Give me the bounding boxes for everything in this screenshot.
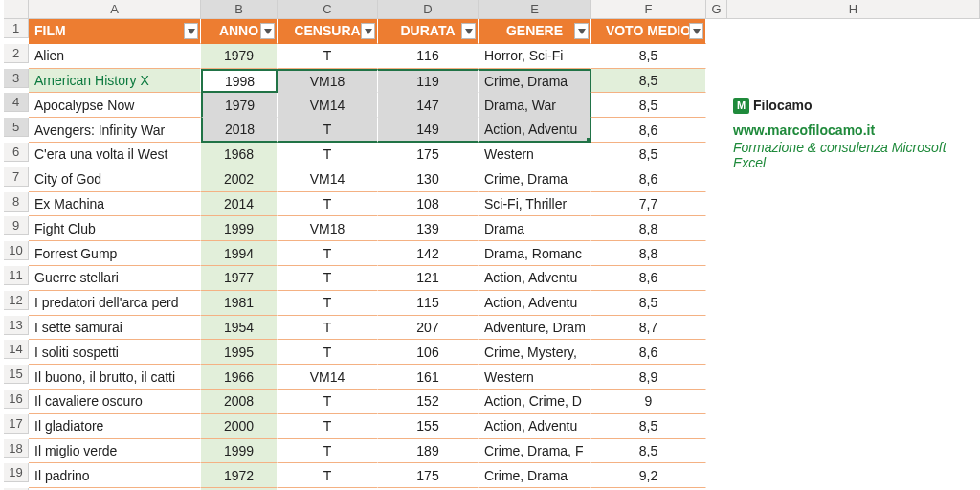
cell-durata[interactable]: 106 <box>378 340 479 365</box>
cell-voto[interactable]: 8,5 <box>591 93 706 118</box>
cell-film[interactable]: Forrest Gump <box>29 241 201 266</box>
cell-film[interactable]: Il buono, il brutto, il catti <box>29 365 201 390</box>
cell-genere[interactable]: Sci-Fi, Thriller <box>479 192 591 217</box>
row-8-header[interactable]: 8 <box>4 192 29 212</box>
cell-voto[interactable]: 9 <box>591 390 706 414</box>
cell-genere[interactable]: Western <box>479 365 591 390</box>
cell-voto[interactable]: 7,7 <box>591 192 706 217</box>
row-7-header[interactable]: 7 <box>4 167 29 187</box>
th-anno[interactable]: ANNO <box>201 19 278 44</box>
cell-genere[interactable]: Crime, Mystery, <box>479 340 591 365</box>
cell-genere[interactable]: Crime, Drama <box>479 463 591 488</box>
cell-durata[interactable]: 139 <box>378 216 479 241</box>
cell-genere[interactable]: Western <box>479 143 591 167</box>
cell-genere[interactable]: Drama <box>479 216 591 241</box>
cell-censura[interactable]: T <box>278 241 378 266</box>
cell-voto[interactable]: 8,5 <box>591 69 706 94</box>
cell-durata[interactable]: 189 <box>378 439 479 464</box>
cell-voto[interactable]: 8,5 <box>591 291 706 316</box>
cell-durata[interactable]: 116 <box>378 44 479 69</box>
row-5-header[interactable]: 5 <box>4 118 29 137</box>
cell-anno[interactable]: 1979 <box>201 93 278 118</box>
col-C[interactable]: C <box>278 0 378 19</box>
cell-anno[interactable]: 1979 <box>201 44 278 69</box>
cell-anno[interactable]: 2002 <box>201 167 278 192</box>
cell-anno[interactable]: 2014 <box>201 192 278 217</box>
cell-genere[interactable]: Action, Adventu <box>479 414 591 439</box>
cell-anno[interactable]: 1999 <box>201 439 278 464</box>
row-10-header[interactable]: 10 <box>4 241 29 260</box>
cell-anno[interactable]: 1972 <box>201 463 278 488</box>
cell-film[interactable]: Il miglio verde <box>29 439 201 464</box>
cell-anno[interactable]: 1968 <box>201 143 278 167</box>
cell-censura[interactable]: T <box>278 340 378 365</box>
cell-censura[interactable]: T <box>278 390 378 414</box>
cell-film[interactable]: C'era una volta il West <box>29 143 201 167</box>
cell-film[interactable]: Il gladiatore <box>29 414 201 439</box>
cell-anno[interactable]: 1966 <box>201 365 278 390</box>
row-12-header[interactable]: 12 <box>4 291 29 310</box>
cell-film[interactable]: Il padrino <box>29 463 201 488</box>
cell-film[interactable]: Alien <box>29 44 201 69</box>
cell-genere[interactable]: Adventure, Dram <box>479 316 591 341</box>
cell-voto[interactable]: 8,9 <box>591 365 706 390</box>
cell-durata[interactable]: 108 <box>378 192 479 217</box>
cell-durata[interactable]: 155 <box>378 414 479 439</box>
cell-voto[interactable]: 8,5 <box>591 439 706 464</box>
cell-durata[interactable]: 142 <box>378 241 479 266</box>
row-19-header[interactable]: 19 <box>4 463 29 482</box>
cell-censura[interactable]: VM18 <box>278 216 378 241</box>
cell-censura[interactable]: VM14 <box>278 93 378 118</box>
cell-anno[interactable]: 1998 <box>201 69 278 94</box>
row-17-header[interactable]: 17 <box>4 414 29 434</box>
cell-durata[interactable]: 119 <box>378 69 479 94</box>
cell-durata[interactable]: 115 <box>378 291 479 316</box>
cell-film[interactable]: American History X <box>29 69 201 94</box>
cell-durata[interactable]: 121 <box>378 266 479 291</box>
cell-genere[interactable]: Crime, Drama, F <box>479 439 591 464</box>
cell-anno[interactable]: 1995 <box>201 340 278 365</box>
cell-censura[interactable]: T <box>278 463 378 488</box>
select-all-corner[interactable] <box>4 0 29 19</box>
cell-voto[interactable]: 8,5 <box>591 44 706 69</box>
cell-film[interactable]: I predatori dell'arca perd <box>29 291 201 316</box>
col-H[interactable]: H <box>727 0 980 19</box>
cell-voto[interactable]: 8,5 <box>591 414 706 439</box>
cell-anno[interactable]: 1994 <box>201 241 278 266</box>
filter-icon[interactable] <box>184 23 198 39</box>
cell-voto[interactable]: 8,5 <box>591 143 706 167</box>
cell-voto[interactable]: 8,6 <box>591 340 706 365</box>
col-G[interactable]: G <box>706 0 727 19</box>
col-D[interactable]: D <box>378 0 479 19</box>
cell-anno[interactable]: 1999 <box>201 216 278 241</box>
row-16-header[interactable]: 16 <box>4 390 29 409</box>
cell-anno[interactable]: 2018 <box>201 118 278 143</box>
cell-voto[interactable]: 9,2 <box>591 463 706 488</box>
cell-durata[interactable]: 147 <box>378 93 479 118</box>
cell-genere[interactable]: Action, Crime, D <box>479 390 591 414</box>
cell-genere[interactable]: Drama, Romanc <box>479 241 591 266</box>
cell-film[interactable]: Il cavaliere oscuro <box>29 390 201 414</box>
cell-censura[interactable]: T <box>278 118 378 143</box>
cell-genere[interactable]: Crime, Drama <box>479 69 591 94</box>
col-F[interactable]: F <box>591 0 706 19</box>
cell-durata[interactable]: 207 <box>378 316 479 341</box>
th-voto[interactable]: VOTO MEDIO <box>591 19 706 44</box>
cell-genere[interactable]: Horror, Sci-Fi <box>479 44 591 69</box>
th-genere[interactable]: GENERE <box>479 19 591 44</box>
cell-anno[interactable]: 1954 <box>201 316 278 341</box>
cell-anno[interactable]: 1977 <box>201 266 278 291</box>
th-censura[interactable]: CENSURA <box>278 19 378 44</box>
cell-film[interactable]: Fight Club <box>29 216 201 241</box>
cell-censura[interactable]: T <box>278 266 378 291</box>
cell-film[interactable]: Avengers: Infinity War <box>29 118 201 143</box>
row-3-header[interactable]: 3 <box>4 69 29 88</box>
cell-genere[interactable]: Action, Adventu <box>479 118 591 143</box>
row-14-header[interactable]: 14 <box>4 340 29 359</box>
cell-voto[interactable]: 8,7 <box>591 316 706 341</box>
row-6-header[interactable]: 6 <box>4 143 29 162</box>
filter-icon[interactable] <box>689 23 703 39</box>
row-11-header[interactable]: 11 <box>4 266 29 285</box>
cell-anno[interactable]: 1981 <box>201 291 278 316</box>
cell-voto[interactable]: 8,6 <box>591 118 706 143</box>
